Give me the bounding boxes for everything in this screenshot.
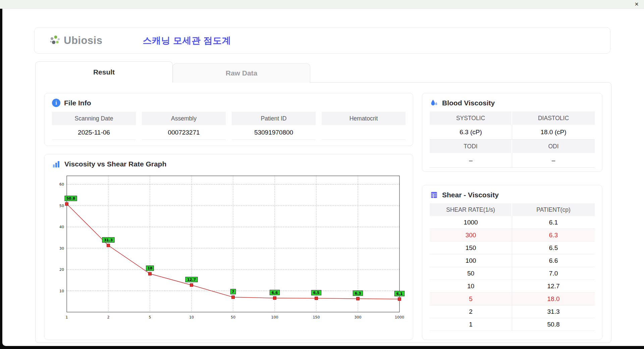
window-titlebar: × bbox=[0, 0, 644, 9]
brand-text: Ubiosis bbox=[64, 35, 102, 47]
file-info-field-label: Hematocrit bbox=[322, 112, 406, 125]
viscosity-chart: 1020304050601251050100150300100050.831.3… bbox=[52, 172, 406, 330]
bar-chart-icon bbox=[52, 160, 61, 168]
file-info-header: i File Info bbox=[52, 99, 406, 107]
svg-text:50: 50 bbox=[231, 315, 235, 319]
file-info-card: i File Info Scanning Date2025-11-06Assem… bbox=[44, 93, 413, 146]
svg-text:12.7: 12.7 bbox=[187, 278, 196, 282]
shear-rate-column-header: SHEAR RATE(1/s) bbox=[430, 203, 512, 216]
patient-column-header: PATIENT(cp) bbox=[512, 203, 595, 216]
blood-viscosity-value: – bbox=[512, 153, 595, 168]
patient-cell: 7.0 bbox=[512, 267, 595, 280]
svg-text:30: 30 bbox=[59, 246, 64, 251]
blood-viscosity-header: Blood Viscosity bbox=[430, 99, 595, 107]
svg-text:1: 1 bbox=[66, 315, 68, 319]
blood-viscosity-label: TODI bbox=[430, 140, 512, 153]
svg-text:10: 10 bbox=[59, 289, 64, 293]
blood-viscosity-value: – bbox=[430, 153, 512, 168]
app-window: Ubiosis 스캐닝 모세관 점도계 Result Raw Data i Fi… bbox=[2, 0, 644, 346]
shear-viscosity-card: Shear - Viscosity SHEAR RATE(1/s) PATIEN… bbox=[422, 185, 602, 340]
shear-table-row: 231.3 bbox=[430, 305, 595, 318]
shear-table-row: 150.8 bbox=[430, 318, 595, 331]
graph-title: Viscosity vs Shear Rate Graph bbox=[64, 160, 166, 168]
file-info-field: Scanning Date2025-11-06 bbox=[52, 112, 136, 140]
shear-rate-cell: 50 bbox=[430, 267, 512, 280]
shear-table-row: 518.0 bbox=[430, 293, 595, 305]
shear-rate-cell: 10 bbox=[430, 280, 512, 293]
patient-cell: 12.7 bbox=[512, 280, 595, 293]
viscosity-graph-card: Viscosity vs Shear Rate Graph 1020304050… bbox=[44, 154, 413, 340]
droplet-icon bbox=[430, 99, 438, 107]
header-card: Ubiosis 스캐닝 모세관 점도계 bbox=[34, 27, 610, 54]
svg-text:20: 20 bbox=[59, 267, 64, 272]
shear-table-header: SHEAR RATE(1/s) PATIENT(cp) bbox=[430, 203, 595, 216]
svg-text:1000: 1000 bbox=[395, 315, 404, 319]
shear-rate-cell: 5 bbox=[430, 293, 512, 305]
file-info-field: Hematocrit bbox=[322, 112, 406, 140]
file-info-field: Patient ID53091970800 bbox=[232, 112, 316, 140]
file-info-field-value: 53091970800 bbox=[232, 125, 316, 140]
patient-cell: 6.1 bbox=[512, 216, 595, 229]
blood-viscosity-label: ODI bbox=[512, 140, 595, 153]
blood-viscosity-label: SYSTOLIC bbox=[430, 111, 512, 125]
file-info-field-value bbox=[322, 125, 406, 140]
shear-table-row: 1506.5 bbox=[430, 242, 595, 254]
shear-rate-cell: 300 bbox=[430, 229, 512, 242]
patient-cell: 6.6 bbox=[512, 254, 595, 267]
svg-text:6.6: 6.6 bbox=[272, 291, 278, 295]
shear-rate-cell: 1000 bbox=[430, 216, 512, 229]
file-info-field-value: 2025-11-06 bbox=[52, 125, 136, 140]
shear-table-row: 10006.1 bbox=[430, 216, 595, 229]
close-button[interactable]: × bbox=[635, 0, 639, 8]
tab-result-label: Result bbox=[93, 68, 115, 76]
svg-text:50: 50 bbox=[59, 204, 64, 208]
svg-text:150: 150 bbox=[313, 315, 320, 319]
shear-table-row: 1006.6 bbox=[430, 254, 595, 267]
tab-result[interactable]: Result bbox=[35, 61, 173, 83]
shear-viscosity-table: SHEAR RATE(1/s) PATIENT(cp) 10006.13006.… bbox=[430, 203, 595, 331]
blood-viscosity-card: Blood Viscosity SYSTOLICDIASTOLIC6.3 (cP… bbox=[422, 93, 602, 172]
blood-viscosity-title: Blood Viscosity bbox=[442, 99, 495, 107]
left-column: i File Info Scanning Date2025-11-06Assem… bbox=[44, 93, 413, 340]
blood-viscosity-grid: SYSTOLICDIASTOLIC6.3 (cP)18.0 (cP)TODIOD… bbox=[430, 111, 595, 168]
svg-text:50.8: 50.8 bbox=[66, 196, 75, 200]
blood-viscosity-label: DIASTOLIC bbox=[512, 111, 595, 125]
tab-raw-data[interactable]: Raw Data bbox=[173, 63, 310, 83]
patient-cell: 50.8 bbox=[512, 318, 595, 331]
chart-wrap: 1020304050601251050100150300100050.831.3… bbox=[52, 172, 406, 332]
svg-text:300: 300 bbox=[355, 315, 362, 319]
shear-viscosity-header: Shear - Viscosity bbox=[430, 191, 595, 199]
file-info-field-label: Assembly bbox=[142, 112, 226, 125]
svg-text:10: 10 bbox=[189, 315, 194, 319]
file-info-title: File Info bbox=[64, 99, 91, 107]
shear-table-row: 507.0 bbox=[430, 267, 595, 280]
svg-text:40: 40 bbox=[59, 225, 64, 229]
shear-table-row: 3006.3 bbox=[430, 229, 595, 242]
svg-text:6.3: 6.3 bbox=[355, 291, 361, 295]
svg-text:6.1: 6.1 bbox=[396, 292, 403, 296]
shear-viscosity-title: Shear - Viscosity bbox=[442, 191, 499, 199]
graph-header: Viscosity vs Shear Rate Graph bbox=[52, 160, 406, 168]
shear-table-body: 10006.13006.31506.51006.6507.01012.7518.… bbox=[430, 216, 595, 331]
svg-text:2: 2 bbox=[107, 315, 110, 319]
svg-text:6.5: 6.5 bbox=[313, 291, 320, 295]
blood-viscosity-value: 6.3 (cP) bbox=[430, 125, 512, 140]
svg-text:31.3: 31.3 bbox=[104, 238, 113, 242]
svg-text:18: 18 bbox=[148, 266, 153, 270]
file-info-field-label: Scanning Date bbox=[52, 112, 136, 125]
file-info-grid: Scanning Date2025-11-06Assembly000723271… bbox=[52, 112, 406, 140]
patient-cell: 6.3 bbox=[512, 229, 595, 242]
patient-cell: 18.0 bbox=[512, 293, 595, 305]
result-panel: i File Info Scanning Date2025-11-06Assem… bbox=[35, 82, 611, 343]
file-info-field-label: Patient ID bbox=[232, 112, 316, 125]
right-column: Blood Viscosity SYSTOLICDIASTOLIC6.3 (cP… bbox=[422, 93, 602, 340]
blood-viscosity-value: 18.0 (cP) bbox=[512, 125, 595, 140]
shear-rate-cell: 100 bbox=[430, 254, 512, 267]
shear-rate-cell: 1 bbox=[430, 318, 512, 331]
file-info-field: Assembly000723271 bbox=[142, 112, 226, 140]
patient-cell: 31.3 bbox=[512, 305, 595, 318]
shear-rate-cell: 2 bbox=[430, 305, 512, 318]
tab-bar: Result Raw Data bbox=[35, 61, 310, 83]
page-title: 스캐닝 모세관 점도계 bbox=[143, 35, 231, 47]
svg-text:60: 60 bbox=[59, 182, 64, 187]
